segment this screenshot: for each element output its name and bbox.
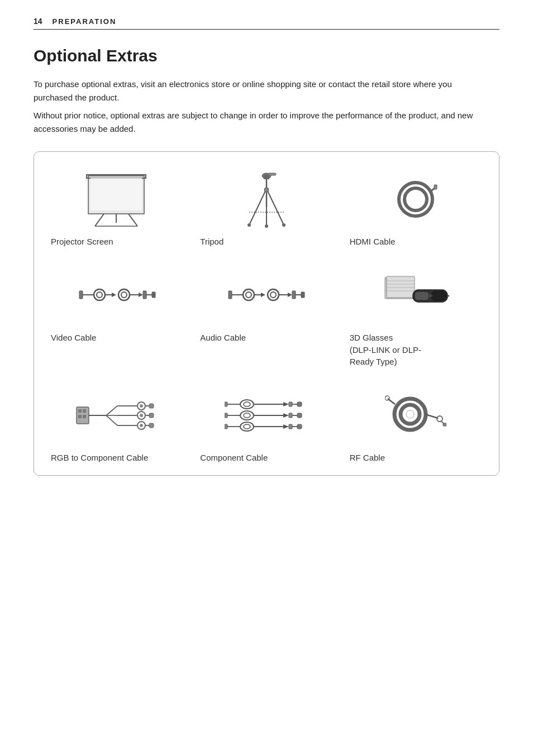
section-label: PREPARATION	[53, 17, 117, 26]
svg-point-41	[246, 292, 251, 298]
svg-rect-65	[78, 415, 82, 418]
svg-point-86	[240, 400, 254, 409]
svg-rect-24	[434, 185, 437, 189]
svg-point-90	[240, 422, 254, 431]
video-cable-icon	[51, 265, 183, 326]
svg-rect-58	[415, 291, 429, 300]
svg-point-28	[97, 292, 102, 298]
extra-item-tripod: Tripod	[194, 169, 338, 248]
svg-rect-6	[91, 178, 142, 210]
svg-rect-37	[152, 292, 155, 298]
svg-rect-85	[149, 423, 154, 428]
extra-item-audio-cable: Audio Cable	[194, 265, 338, 368]
svg-point-121	[385, 396, 389, 400]
svg-point-45	[270, 292, 276, 298]
svg-rect-112	[297, 424, 302, 429]
3d-glasses-icon	[350, 265, 482, 326]
intro-paragraph-2: Without prior notice, optional extras ar…	[34, 109, 492, 136]
video-cable-label: Video Cable	[51, 332, 96, 344]
svg-marker-103	[283, 424, 289, 429]
svg-marker-102	[283, 413, 289, 418]
svg-point-31	[118, 289, 130, 300]
svg-point-83	[140, 424, 143, 427]
svg-marker-47	[288, 293, 292, 297]
svg-point-115	[406, 410, 414, 418]
svg-point-32	[121, 292, 127, 298]
extra-item-video-cable: Video Cable	[45, 265, 189, 368]
svg-point-91	[244, 424, 250, 429]
rgb-component-cable-icon	[51, 385, 183, 446]
3d-glasses-label: 3D Glasses (DLP-LINK or DLP- Ready Type)	[350, 332, 421, 368]
svg-rect-64	[83, 409, 86, 413]
audio-cable-icon	[200, 265, 332, 326]
svg-line-70	[106, 415, 117, 425]
svg-marker-30	[112, 293, 116, 297]
component-cable-label: Component Cable	[200, 452, 268, 464]
svg-rect-95	[225, 402, 227, 406]
hdmi-cable-label: HDMI Cable	[350, 236, 396, 248]
extra-item-rgb-component-cable: RGB to Component Cable	[45, 385, 189, 464]
svg-point-17	[282, 223, 285, 227]
intro-paragraph-1: To purchase optional extras, visit an el…	[34, 78, 492, 104]
rf-cable-icon	[350, 385, 482, 446]
svg-point-40	[243, 289, 254, 300]
svg-marker-101	[283, 402, 289, 406]
extra-item-rf-cable: RF Cable	[344, 385, 488, 464]
svg-rect-111	[297, 413, 302, 418]
svg-point-18	[265, 224, 268, 228]
page-title: Optional Extras	[34, 46, 499, 65]
svg-point-78	[140, 414, 143, 417]
tripod-icon	[200, 169, 332, 230]
svg-rect-48	[292, 291, 296, 299]
svg-rect-50	[301, 292, 304, 298]
svg-point-27	[94, 289, 105, 300]
svg-point-44	[268, 289, 279, 300]
extras-grid: Projector Screen	[45, 169, 488, 464]
svg-rect-63	[78, 409, 82, 413]
svg-rect-59	[431, 291, 446, 300]
svg-rect-60	[428, 294, 432, 297]
component-cable-icon	[200, 385, 332, 446]
extra-item-hdmi-cable: HDMI Cable	[344, 169, 488, 248]
svg-point-89	[244, 413, 250, 418]
svg-line-68	[106, 406, 117, 415]
svg-rect-80	[149, 413, 154, 418]
svg-point-16	[248, 223, 251, 227]
svg-rect-97	[225, 424, 227, 429]
rgb-component-cable-label: RGB to Component Cable	[51, 452, 148, 464]
extras-box: Projector Screen	[34, 151, 499, 476]
svg-rect-110	[297, 402, 302, 406]
svg-rect-9	[264, 175, 269, 179]
svg-rect-75	[149, 404, 154, 408]
rf-cable-label: RF Cable	[350, 452, 385, 464]
svg-rect-66	[83, 415, 86, 418]
svg-point-88	[240, 411, 254, 420]
tripod-label: Tripod	[200, 236, 223, 248]
projector-screen-icon	[51, 169, 183, 230]
audio-cable-label: Audio Cable	[200, 332, 246, 344]
svg-point-73	[140, 404, 143, 408]
projector-screen-label: Projector Screen	[51, 236, 113, 248]
svg-point-22	[410, 194, 421, 205]
svg-rect-105	[289, 413, 292, 418]
svg-line-11	[249, 190, 266, 225]
extra-item-3d-glasses: 3D Glasses (DLP-LINK or DLP- Ready Type)	[344, 265, 488, 368]
svg-rect-25	[79, 291, 83, 299]
page-header: 14 PREPARATION	[34, 17, 499, 30]
svg-rect-52	[387, 276, 415, 298]
page-number: 14	[34, 17, 42, 26]
svg-rect-104	[289, 402, 292, 406]
svg-rect-106	[289, 424, 292, 429]
svg-rect-19	[268, 173, 276, 175]
svg-rect-35	[143, 291, 146, 299]
svg-point-15	[264, 188, 269, 192]
svg-line-2	[95, 214, 104, 226]
extra-item-component-cable: Component Cable	[194, 385, 338, 464]
svg-marker-34	[139, 293, 143, 297]
svg-rect-119	[443, 423, 446, 426]
svg-line-3	[129, 214, 137, 226]
svg-rect-38	[229, 291, 232, 299]
svg-line-12	[267, 190, 284, 225]
svg-rect-96	[225, 413, 227, 418]
svg-marker-43	[261, 293, 265, 297]
